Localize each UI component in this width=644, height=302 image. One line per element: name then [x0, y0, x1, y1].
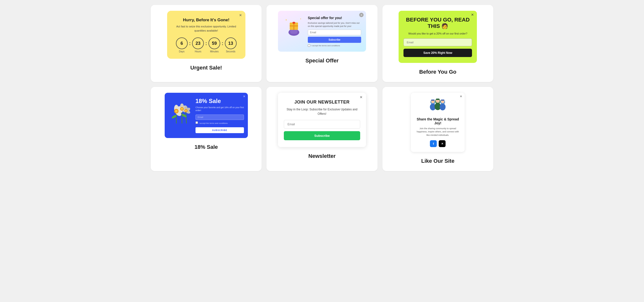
countdown-seconds: 13 Seconds: [225, 38, 236, 53]
minutes-circle: 59: [208, 38, 220, 49]
sep-3: :: [222, 41, 224, 46]
svg-text:★: ★: [285, 19, 287, 21]
before-you-go-card-label: Before You Go: [419, 67, 456, 76]
sale-email-input[interactable]: [196, 114, 244, 120]
hours-circle: 23: [192, 38, 204, 49]
svg-rect-5: [290, 26, 298, 26]
sale-terms-text: I accept the terms and conditions.: [199, 122, 228, 124]
newsletter-popup: ✕ JOIN OUR NEWSLETTER Stay in the Loop: …: [278, 93, 366, 147]
svg-point-19: [175, 110, 178, 112]
svg-point-29: [185, 110, 187, 111]
special-offer-title: Special offer for you!: [308, 16, 361, 20]
urgent-sale-popup-wrapper: ✕ Hurry, Before It's Gone! Act fast to s…: [156, 11, 256, 59]
countdown-hours: 23 Hours: [192, 38, 204, 53]
sale-subscribe-btn[interactable]: SUBSCRIBE: [196, 127, 244, 133]
like-our-site-popup-wrapper: ✕: [388, 93, 488, 152]
svg-rect-40: [436, 99, 440, 100]
card-special-offer: ✕ ★: [266, 5, 377, 82]
newsletter-description: Stay in the Loop: Subscribe for Exclusiv…: [284, 107, 360, 116]
special-offer-illustration: ★ ★: [283, 16, 305, 38]
special-offer-email-input[interactable]: [308, 30, 361, 35]
newsletter-email-input[interactable]: [284, 120, 360, 129]
special-offer-content: Special offer for you! Exclusive savings…: [308, 16, 361, 47]
svg-point-6: [292, 22, 295, 24]
like-our-site-card-label: Like Our Site: [421, 156, 454, 165]
special-offer-subscribe-btn[interactable]: Subscribe: [308, 37, 361, 43]
before-you-go-cta-btn[interactable]: Save 20% Right Now: [404, 49, 472, 57]
newsletter-subscribe-btn[interactable]: Subscribe: [284, 131, 360, 140]
hours-label: Hours: [195, 50, 201, 53]
countdown-timer: 6 Days : 23 Hours : 59 Minutes :: [173, 38, 240, 53]
special-offer-close-btn[interactable]: ✕: [359, 13, 364, 17]
like-our-site-illustration: [428, 98, 448, 115]
special-offer-description: Exclusive savings tailored just for you.…: [308, 22, 361, 28]
before-you-go-close-btn[interactable]: ✕: [471, 13, 474, 17]
newsletter-card-label: Newsletter: [308, 151, 336, 160]
social-icons-group: f ✕: [415, 140, 460, 147]
special-offer-card-label: Special Offer: [305, 56, 339, 65]
sale-popup: ✕: [165, 93, 248, 138]
svg-point-37: [440, 104, 446, 110]
svg-line-11: [186, 111, 186, 123]
sale-description: Choose your favorite and get 18% off on …: [196, 106, 244, 112]
facebook-icon[interactable]: f: [430, 140, 437, 147]
like-our-site-popup: ✕: [411, 93, 465, 152]
special-offer-terms-checkbox[interactable]: [308, 44, 310, 47]
svg-rect-39: [431, 100, 434, 100]
sale-flowers-illustration: [168, 98, 193, 126]
urgent-sale-popup: ✕ Hurry, Before It's Gone! Act fast to s…: [167, 11, 246, 59]
seconds-label: Seconds: [226, 50, 236, 53]
sale-content: 18% Sale Choose your favorite and get 18…: [196, 98, 244, 133]
seconds-circle: 13: [225, 38, 236, 49]
special-offer-terms: I accept the terms and conditions: [308, 44, 361, 47]
svg-text:★: ★: [300, 18, 301, 20]
before-you-go-popup-wrapper: ✕ BEFORE YOU GO, READ THIS 🧑 Would you l…: [388, 11, 488, 63]
svg-point-24: [181, 108, 183, 110]
newsletter-popup-wrapper: ✕ JOIN OUR NEWSLETTER Stay in the Loop: …: [272, 93, 372, 147]
before-you-go-email-input[interactable]: [404, 38, 472, 46]
card-urgent-sale: ✕ Hurry, Before It's Gone! Act fast to s…: [151, 5, 262, 82]
sale-terms: I accept the terms and conditions.: [196, 122, 244, 125]
urgent-sale-close-btn[interactable]: ✕: [239, 13, 242, 17]
like-our-site-close-btn[interactable]: ✕: [460, 95, 462, 98]
newsletter-title: JOIN OUR NEWSLETTER: [284, 100, 360, 105]
countdown-minutes: 59 Minutes: [208, 38, 220, 53]
before-you-go-title: BEFORE YOU GO, READ THIS 🧑: [404, 17, 472, 30]
card-like-our-site: ✕: [382, 87, 493, 171]
days-circle: 6: [176, 38, 188, 49]
special-offer-popup-wrapper: ✕ ★: [272, 11, 372, 52]
x-twitter-icon[interactable]: ✕: [439, 140, 446, 147]
sep-2: :: [205, 41, 207, 46]
urgent-sale-subtitle: Act fast to seize this exclusive opportu…: [173, 24, 240, 32]
card-before-you-go: ✕ BEFORE YOU GO, READ THIS 🧑 Would you l…: [382, 5, 493, 82]
sale-popup-wrapper: ✕: [156, 93, 256, 138]
sale-terms-checkbox[interactable]: [196, 122, 198, 124]
special-offer-popup: ✕ ★: [278, 11, 366, 52]
svg-rect-41: [441, 100, 444, 100]
newsletter-close-btn[interactable]: ✕: [360, 95, 362, 99]
like-our-site-title: Share the Magic & Spread Joy!: [415, 117, 460, 125]
before-you-go-description: Would you like to get a 20% off on our f…: [404, 32, 472, 35]
card-18-sale: ✕: [151, 87, 262, 171]
sale-close-btn[interactable]: ✕: [243, 95, 246, 98]
before-you-go-popup: ✕ BEFORE YOU GO, READ THIS 🧑 Would you l…: [398, 11, 477, 63]
days-label: Days: [179, 50, 184, 53]
special-offer-terms-text: I accept the terms and conditions: [311, 44, 340, 47]
sep-1: :: [189, 41, 191, 46]
main-grid: ✕ Hurry, Before It's Gone! Act fast to s…: [151, 5, 493, 171]
sale-title: 18% Sale: [196, 98, 244, 104]
like-our-site-description: Join the sharing community to spread hap…: [415, 127, 460, 137]
urgent-sale-card-label: Urgent Sale!: [190, 63, 222, 72]
card-newsletter: ✕ JOIN OUR NEWSLETTER Stay in the Loop: …: [266, 87, 377, 171]
countdown-days: 6 Days: [176, 38, 188, 53]
sale-card-label: 18% Sale: [194, 142, 218, 151]
minutes-label: Minutes: [210, 50, 218, 53]
urgent-sale-title: Hurry, Before It's Gone!: [173, 18, 240, 22]
